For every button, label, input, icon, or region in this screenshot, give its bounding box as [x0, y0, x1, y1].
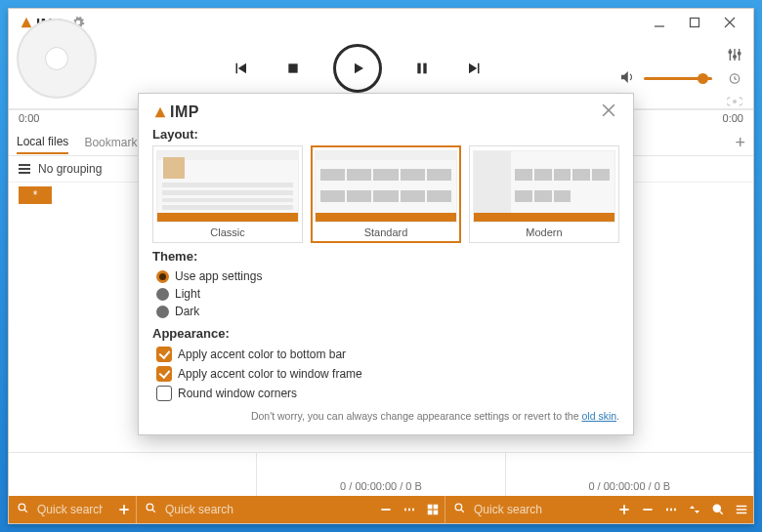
dialog-footer: Don't worry, you can always change appea… — [152, 409, 619, 423]
grouping-menu-icon[interactable] — [19, 164, 30, 174]
bottom-bar: ⋯ ⋯ — [9, 496, 753, 523]
theme-use-app[interactable]: Use app settings — [156, 269, 619, 283]
menu-icon[interactable] — [730, 496, 753, 523]
section-appearance: Appearance: — [152, 326, 619, 341]
check-accent-bottom[interactable]: Apply accent color to bottom bar — [156, 347, 619, 362]
svg-rect-1 — [691, 19, 699, 27]
album-art-disc — [17, 19, 97, 99]
remove-button-2[interactable] — [374, 496, 398, 523]
appearance-options: Apply accent color to bottom bar Apply a… — [152, 345, 619, 403]
dialog-close-button[interactable] — [602, 103, 619, 121]
svg-rect-25 — [434, 511, 439, 515]
svg-point-14 — [734, 101, 737, 103]
quick-search-input-1[interactable] — [35, 502, 105, 517]
status-left: 0 / 00:00:00 / 0 B — [256, 453, 504, 496]
sort-icon[interactable] — [683, 496, 706, 523]
add-button-3[interactable] — [613, 496, 636, 523]
layout-modern[interactable]: Modern — [469, 145, 619, 243]
equalizer-icon[interactable] — [726, 46, 743, 63]
theme-light[interactable]: Light — [156, 287, 619, 301]
section-theme: Theme: — [152, 249, 619, 264]
layout-options: Classic Standard Modern — [152, 145, 619, 243]
window-controls — [642, 9, 747, 36]
grid-view-icon[interactable] — [421, 496, 444, 523]
tab-local-files[interactable]: Local files — [17, 131, 68, 154]
theme-dark[interactable]: Dark — [156, 305, 619, 318]
grouping-label: No grouping — [38, 162, 102, 176]
close-button[interactable] — [712, 9, 747, 36]
previous-button[interactable] — [228, 56, 253, 81]
time-total: 0:00 — [723, 112, 743, 124]
titlebar: IMP — [9, 9, 753, 36]
main-window: IMP 0:00 — [8, 8, 754, 524]
svg-line-16 — [24, 510, 27, 512]
svg-line-32 — [719, 511, 722, 513]
next-button[interactable] — [462, 56, 487, 81]
search-icon — [145, 502, 157, 517]
status-left-empty — [9, 453, 256, 496]
svg-line-27 — [461, 510, 464, 512]
check-round-corners[interactable]: Round window corners — [156, 386, 619, 401]
filter-chip[interactable]: * — [19, 186, 52, 204]
search-button-3[interactable] — [706, 496, 730, 523]
svg-rect-23 — [434, 505, 439, 510]
section-layout: Layout: — [152, 127, 619, 142]
quick-search-input-3[interactable] — [472, 502, 605, 517]
time-elapsed: 0:00 — [19, 112, 39, 124]
pause-button[interactable] — [409, 56, 435, 81]
timer-icon[interactable] — [726, 69, 743, 87]
tab-bookmark[interactable]: Bookmark — [84, 132, 137, 153]
status-right: 0 / 00:00:00 / 0 B — [505, 453, 753, 496]
old-skin-link[interactable]: old skin — [581, 410, 616, 422]
layout-standard[interactable]: Standard — [311, 145, 461, 243]
svg-point-15 — [19, 504, 25, 511]
svg-rect-5 — [417, 63, 420, 74]
search-icon — [453, 502, 466, 517]
dialog-title: IMP — [170, 103, 199, 121]
svg-point-19 — [147, 504, 153, 511]
svg-point-26 — [455, 504, 462, 511]
volume-area — [618, 46, 743, 110]
more-button-2[interactable]: ⋯ — [398, 496, 421, 523]
dialog-logo: IMP — [152, 103, 199, 121]
layout-classic[interactable]: Classic — [152, 145, 303, 243]
svg-point-12 — [738, 52, 741, 55]
svg-rect-6 — [423, 63, 426, 74]
appearance-dialog: IMP Layout: Classic Standard Modern Them… — [138, 93, 634, 435]
search-icon — [17, 502, 29, 517]
volume-slider[interactable] — [644, 77, 712, 80]
svg-rect-4 — [288, 63, 297, 72]
status-split: 0 / 00:00:00 / 0 B 0 / 00:00:00 / 0 B — [9, 452, 753, 496]
quick-search-input-2[interactable] — [163, 502, 366, 517]
check-accent-frame[interactable]: Apply accent color to window frame — [156, 366, 619, 382]
add-tab-button[interactable]: + — [735, 134, 745, 151]
stereo-icon[interactable] — [726, 93, 743, 110]
svg-point-31 — [713, 505, 720, 512]
transport-controls — [97, 44, 618, 93]
add-button-1[interactable] — [112, 496, 136, 523]
remove-button-3[interactable] — [636, 496, 659, 523]
minimize-button[interactable] — [642, 9, 677, 36]
theme-options: Use app settings Light Dark — [152, 267, 619, 320]
maximize-button[interactable] — [677, 9, 712, 36]
play-button[interactable] — [333, 44, 382, 93]
svg-line-20 — [152, 510, 155, 512]
svg-point-10 — [729, 51, 732, 54]
volume-icon[interactable] — [618, 68, 636, 89]
svg-rect-24 — [428, 511, 433, 515]
stop-button[interactable] — [280, 56, 306, 81]
svg-point-11 — [734, 56, 737, 59]
svg-rect-22 — [428, 505, 433, 510]
more-button-3[interactable]: ⋯ — [659, 496, 683, 523]
